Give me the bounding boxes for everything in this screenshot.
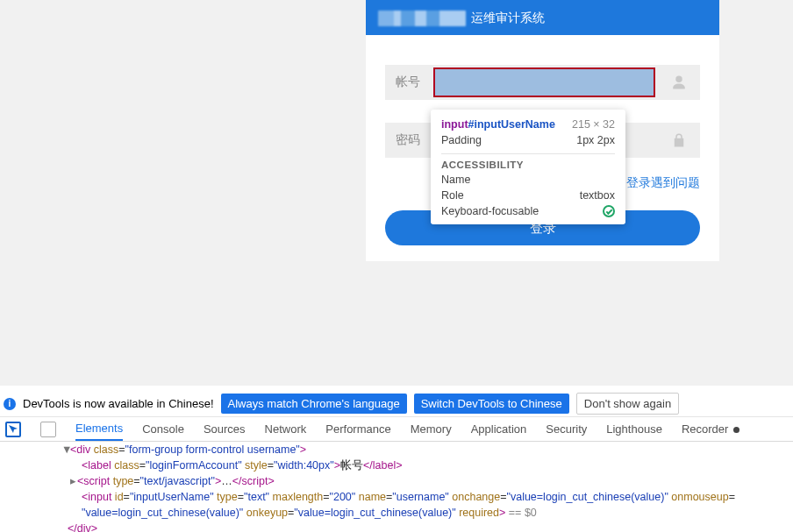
tab-console[interactable]: Console [142, 418, 184, 440]
switch-language-button[interactable]: Switch DevTools to Chinese [414, 394, 569, 414]
tooltip-selector-id: #inputUserName [468, 118, 555, 131]
username-input-wrap [431, 65, 658, 100]
tab-network[interactable]: Network [265, 418, 307, 440]
lock-icon [658, 123, 700, 158]
inspect-element-icon[interactable] [5, 422, 21, 437]
tooltip-role-label: Role [441, 189, 464, 202]
tab-performance[interactable]: Performance [325, 418, 390, 440]
info-icon: i [4, 398, 16, 410]
device-toolbar-icon[interactable] [40, 422, 56, 437]
tooltip-dimensions: 215 × 32 [572, 118, 615, 131]
code-line: ▼<div class="form-group form-control use… [0, 442, 793, 458]
tooltip-selector-tag: input [441, 118, 468, 131]
tab-recorder[interactable]: Recorder [682, 418, 739, 440]
login-trouble-link[interactable]: 登录遇到问题 [626, 175, 700, 189]
tooltip-padding-label: Padding [441, 134, 482, 146]
code-line: </div> [0, 521, 793, 532]
login-header: 运维审计系统 [366, 0, 719, 35]
recorder-indicator-icon [733, 427, 739, 433]
redacted-brand [378, 11, 466, 26]
devtools-tab-bar: Elements Console Sources Network Perform… [0, 417, 793, 442]
devtools-hint-bar: i DevTools is now available in Chinese! … [0, 391, 793, 417]
elements-code-pane[interactable]: ▼<div class="form-group form-control use… [0, 442, 793, 532]
tooltip-padding-value: 1px 2px [576, 134, 615, 146]
tooltip-name-label: Name [441, 174, 470, 186]
tab-sources[interactable]: Sources [204, 418, 246, 440]
code-line: <label class="loginFormAccount" style="w… [0, 458, 793, 473]
header-title: 运维审计系统 [471, 11, 545, 25]
tab-security[interactable]: Security [546, 418, 587, 440]
page-background: 运维审计系统 帐号 密码 登录 [0, 0, 793, 386]
tooltip-kf-label: Keyboard-focusable [441, 205, 539, 217]
tooltip-role-value: textbox [580, 189, 615, 202]
tab-memory[interactable]: Memory [411, 418, 452, 440]
tab-elements[interactable]: Elements [75, 417, 123, 441]
dismiss-hint-button[interactable]: Don't show again [576, 393, 679, 415]
code-line: "value=login_cut_chinese(value)" onkeyup… [0, 505, 793, 521]
username-input[interactable] [433, 67, 655, 97]
devtools-hint-text: DevTools is now available in Chinese! [23, 397, 214, 410]
tooltip-divider [441, 153, 615, 154]
tooltip-a11y-heading: ACCESSIBILITY [441, 160, 615, 170]
code-line: <input id="inputUserName" type="text" ma… [0, 489, 793, 505]
inspect-tooltip: input#inputUserName 215 × 32 Padding 1px… [431, 110, 625, 224]
tab-application[interactable]: Application [471, 418, 527, 440]
check-icon [603, 205, 615, 217]
password-label: 密码 [385, 123, 431, 158]
code-line: ▸<script type="text/javascript">…</scrip… [0, 473, 793, 489]
username-row: 帐号 [385, 65, 700, 100]
user-icon [658, 65, 700, 100]
tab-lighthouse[interactable]: Lighthouse [606, 418, 662, 440]
username-label: 帐号 [385, 65, 431, 100]
match-language-button[interactable]: Always match Chrome's language [221, 394, 407, 414]
